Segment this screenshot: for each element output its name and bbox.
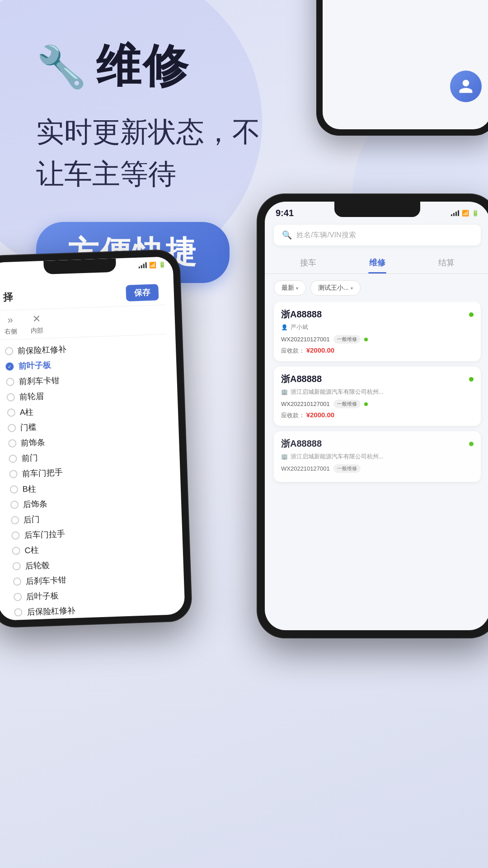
amount-value: ¥2000.00 [306, 411, 335, 419]
phone-right: 9:41 📶 🔋 🔍 姓名/车辆/ [258, 194, 488, 637]
filter-newest[interactable]: 最新 ▾ [274, 280, 306, 296]
repair-card-1[interactable]: 浙A88888 👤 严小斌 WX202210127001 一般维修 [274, 302, 481, 361]
wifi-icon: 📶 [462, 210, 469, 217]
checkbox-unchecked[interactable] [12, 562, 21, 571]
status-dot [469, 442, 474, 446]
checkbox-unchecked[interactable] [5, 347, 14, 356]
checkbox-checked[interactable]: ✓ [5, 362, 14, 371]
plate-number: 浙A88888 [281, 373, 322, 385]
checkbox-unchecked[interactable] [10, 500, 19, 509]
order-tag: 一般维修 [333, 400, 361, 408]
signal-icon [139, 263, 147, 269]
checkbox-unchecked[interactable] [7, 408, 16, 417]
filter-row: 最新 ▾ 测试王小... ▾ [265, 280, 488, 296]
checkbox-unchecked[interactable] [12, 547, 20, 555]
owner-name: 浙江启城新能源汽车有限公司杭州... [291, 388, 384, 396]
plate-number: 浙A88888 [281, 438, 322, 450]
checkbox-unchecked[interactable] [14, 593, 22, 601]
status-dot [469, 377, 474, 382]
battery-icon: 🔋 [158, 261, 166, 269]
right-side-icon[interactable]: » 右侧 [4, 314, 17, 336]
search-icon: 🔍 [282, 230, 292, 240]
tab-jiesuan[interactable]: 结算 [412, 252, 481, 274]
owner-name: 浙江启城新能源汽车有限公司杭州... [291, 453, 384, 461]
amount-row: 应收款： ¥2000.00 [281, 411, 474, 420]
right-phone-content: 9:41 📶 🔋 🔍 姓名/车辆/ [265, 202, 488, 630]
amount-value: ¥2000.00 [306, 346, 335, 354]
phone-top-right: 9 全 [316, 0, 488, 136]
phone-right-notch [334, 202, 420, 217]
checkbox-unchecked[interactable] [11, 531, 20, 540]
checkbox-unchecked[interactable] [9, 470, 18, 478]
battery-icon: 🔋 [472, 210, 479, 217]
checklist: 前保险杠修补 ✓ 前叶子板 前刹车卡钳 前轮眉 [0, 335, 176, 621]
checkbox-unchecked[interactable] [9, 454, 17, 463]
right-side-label: 右侧 [4, 327, 17, 336]
order-number: WX202210127001 [281, 336, 330, 343]
checkbox-unchecked[interactable] [8, 424, 16, 432]
status-dot-green [364, 402, 368, 406]
plate-number: 浙A88888 [281, 308, 322, 321]
avatar-circle [450, 71, 482, 102]
save-button[interactable]: 保存 [126, 284, 159, 301]
repair-card-3[interactable]: 浙A88888 🏢 浙江启城新能源汽车有限公司杭州... WX202210127… [274, 431, 481, 482]
left-phone-content: 择 保存 » 右侧 ✕ 内部 [0, 274, 185, 621]
wrench-icon: 🔧 [36, 47, 87, 87]
filter-worker[interactable]: 测试王小... ▾ [310, 280, 361, 296]
repair-card-2[interactable]: 浙A88888 🏢 浙江启城新能源汽车有限公司杭州... WX202210127… [274, 367, 481, 426]
cross-icon: ✕ [32, 313, 41, 325]
checkbox-unchecked[interactable] [13, 577, 22, 586]
cards-list: 浙A88888 👤 严小斌 WX202210127001 一般维修 [265, 302, 488, 630]
checkbox-unchecked[interactable] [6, 393, 15, 401]
owner-name: 严小斌 [291, 323, 308, 331]
order-tag: 一般维修 [333, 464, 361, 473]
order-number: WX202210127001 [281, 401, 330, 407]
arrow-right-icon: » [7, 314, 13, 326]
tabs-row: 接车 维修 结算 [265, 252, 488, 274]
phone-right-screen: 9:41 📶 🔋 🔍 姓名/车辆/ [265, 202, 488, 630]
person-icon: 👤 [281, 324, 288, 330]
phone-top-right-screen: 9 全 [323, 0, 488, 129]
wifi-icon: 📶 [149, 261, 156, 269]
company-icon: 🏢 [281, 453, 288, 460]
phone-left-notch [43, 258, 116, 274]
inner-icon[interactable]: ✕ 内部 [30, 313, 43, 335]
signal-icon [451, 211, 459, 216]
checkbox-unchecked[interactable] [6, 377, 14, 386]
left-header-title: 择 [3, 290, 13, 304]
inner-label: 内部 [30, 326, 43, 335]
company-icon: 🏢 [281, 389, 288, 395]
checkbox-unchecked[interactable] [10, 485, 19, 494]
phones-container: 📶 🔋 择 保存 » 右侧 ✕ 内部 [0, 194, 488, 868]
hero-title: 维修 [96, 36, 190, 97]
checkbox-unchecked[interactable] [14, 608, 23, 617]
tab-weixiu[interactable]: 维修 [343, 252, 412, 274]
right-status-icons: 📶 🔋 [451, 210, 479, 217]
order-number: WX202210127001 [281, 465, 330, 472]
search-bar[interactable]: 🔍 姓名/车辆/VIN搜索 [274, 225, 481, 245]
right-time: 9:41 [276, 208, 294, 218]
status-dot-green [364, 338, 368, 341]
checkbox-unchecked[interactable] [11, 516, 19, 524]
phone-left-screen: 📶 🔋 择 保存 » 右侧 ✕ 内部 [0, 256, 185, 621]
checkbox-unchecked[interactable] [8, 439, 17, 448]
order-tag: 一般维修 [333, 335, 361, 344]
amount-row: 应收款： ¥2000.00 [281, 346, 474, 355]
status-dot [469, 312, 474, 317]
phone-left: 📶 🔋 择 保存 » 右侧 ✕ 内部 [0, 250, 192, 627]
tab-jieche[interactable]: 接车 [274, 252, 343, 274]
chevron-down-icon: ▾ [296, 286, 298, 291]
chevron-down-icon: ▾ [351, 286, 353, 291]
search-input[interactable]: 姓名/车辆/VIN搜索 [296, 231, 356, 240]
